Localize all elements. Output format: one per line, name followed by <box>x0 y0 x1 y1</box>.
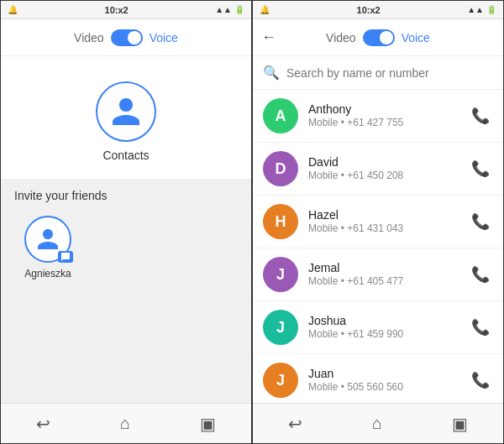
right-status-bar-left: 🔔 <box>260 5 270 14</box>
contact-name: Anthony <box>308 102 468 117</box>
call-button[interactable]: 📞 <box>468 156 493 181</box>
contact-avatar: A <box>263 98 298 133</box>
left-bottom-nav: ↩ ⌂ ▣ <box>1 403 251 443</box>
search-bar[interactable]: 🔍 <box>253 56 503 90</box>
status-time-left: 10:x2 <box>105 5 129 15</box>
left-status-bar: 🔔 10:x2 ▲▲ 🔋 <box>1 1 251 19</box>
call-button[interactable]: 📞 <box>468 315 493 340</box>
right-signal-icon: ▲▲ <box>467 5 484 14</box>
call-button[interactable]: 📞 <box>468 209 493 234</box>
sms-icon <box>60 252 71 262</box>
contact-info: David Mobile • +61 450 208 <box>308 154 468 183</box>
invite-contact-item[interactable]: Agnieszka <box>14 216 81 279</box>
contact-name: Jemal <box>308 260 468 275</box>
left-phone-panel: 🔔 10:x2 ▲▲ 🔋 Video Voice Contacts Invite… <box>0 0 252 444</box>
contact-row[interactable]: J Jemal Mobile • +61 405 477 📞 <box>253 248 503 301</box>
contact-row[interactable]: D David Mobile • +61 450 208 📞 <box>253 143 503 196</box>
contacts-list: A Anthony Mobile • +61 427 755 📞 D David… <box>253 90 503 403</box>
invite-avatar-container <box>24 216 71 263</box>
contact-name: Hazel <box>308 207 468 222</box>
contacts-label: Contacts <box>102 149 149 162</box>
contact-avatar: D <box>263 151 298 186</box>
contact-info: Juan Mobile • 505 560 560 <box>308 366 468 394</box>
contact-avatar: J <box>263 363 298 398</box>
invite-title: Invite your friends <box>14 189 238 202</box>
right-status-bar-right: ▲▲ 🔋 <box>467 5 496 14</box>
call-button[interactable]: 📞 <box>468 262 493 287</box>
search-icon: 🔍 <box>263 65 280 81</box>
right-battery-icon: 🔋 <box>486 5 496 14</box>
back-button[interactable]: ← <box>261 29 276 46</box>
right-phone-panel: 🔔 10:x2 ▲▲ 🔋 ← Video Voice 🔍 A Anthony M… <box>252 0 504 444</box>
contact-avatar: H <box>263 204 298 239</box>
status-bar-left: 🔔 <box>8 5 18 14</box>
contact-row[interactable]: J Juan Mobile • 505 560 560 📞 <box>253 354 503 403</box>
right-status-bar: 🔔 10:x2 ▲▲ 🔋 <box>253 1 503 19</box>
contact-row[interactable]: H Hazel Mobile • +61 431 043 📞 <box>253 196 503 248</box>
invite-section: Invite your friends Agnieszka <box>1 179 251 403</box>
right-status-time: 10:x2 <box>357 5 381 15</box>
contact-sub: Mobile • +61 450 208 <box>308 170 468 183</box>
battery-icon: 🔋 <box>234 5 244 14</box>
contact-info: Anthony Mobile • +61 427 755 <box>308 102 468 130</box>
contacts-section[interactable]: Contacts <box>1 56 251 179</box>
voice-label-left: Voice <box>150 31 178 44</box>
contact-info: Hazel Mobile • +61 431 043 <box>308 207 468 236</box>
home-nav-left[interactable]: ⌂ <box>120 414 130 433</box>
invite-badge <box>58 251 73 263</box>
recent-nav-right[interactable]: ▣ <box>452 414 468 434</box>
home-nav-right[interactable]: ⌂ <box>372 414 382 433</box>
contact-sub: Mobile • +61 405 477 <box>308 275 468 289</box>
invite-contact-name: Agnieszka <box>24 268 71 279</box>
contact-name: Joshua <box>308 313 468 328</box>
call-button[interactable]: 📞 <box>468 368 493 393</box>
contact-sub: Mobile • +61 431 043 <box>308 222 468 236</box>
toggle-switch-left[interactable] <box>111 29 143 46</box>
right-notification-icon: 🔔 <box>260 5 270 14</box>
left-main-content: Contacts Invite your friends <box>1 56 251 403</box>
call-button[interactable]: 📞 <box>468 103 493 128</box>
voice-label-right: Voice <box>402 31 430 44</box>
contact-row[interactable]: J Joshua Mobile • +61 459 990 📞 <box>253 301 503 354</box>
toggle-switch-right[interactable] <box>363 29 395 46</box>
contact-sub: Mobile • +61 459 990 <box>308 328 468 342</box>
contact-info: Jemal Mobile • +61 405 477 <box>308 260 468 289</box>
contact-avatar: J <box>263 257 298 292</box>
video-label-right: Video <box>326 31 356 44</box>
search-input[interactable] <box>286 66 493 80</box>
notification-icon: 🔔 <box>8 5 18 14</box>
video-label-left: Video <box>74 31 104 44</box>
signal-icon: ▲▲ <box>215 5 232 14</box>
recent-nav-left[interactable]: ▣ <box>200 414 216 434</box>
right-bottom-nav: ↩ ⌂ ▣ <box>253 403 503 443</box>
contact-row[interactable]: A Anthony Mobile • +61 427 755 📞 <box>253 90 503 143</box>
status-bar-right: ▲▲ 🔋 <box>215 5 244 14</box>
left-toggle-bar: Video Voice <box>1 19 251 56</box>
back-nav-right[interactable]: ↩ <box>288 414 302 434</box>
contact-name: David <box>308 154 468 170</box>
invite-person-icon <box>35 227 60 252</box>
contact-info: Joshua Mobile • +61 459 990 <box>308 313 468 342</box>
contact-sub: Mobile • +61 427 755 <box>308 117 468 130</box>
contacts-icon-circle[interactable] <box>96 81 156 142</box>
contact-name: Juan <box>308 366 468 381</box>
contact-sub: Mobile • 505 560 560 <box>308 381 468 394</box>
right-header: ← Video Voice <box>253 19 503 56</box>
contact-avatar: J <box>263 310 298 345</box>
contacts-person-icon <box>109 95 143 128</box>
back-nav-left[interactable]: ↩ <box>36 414 50 434</box>
